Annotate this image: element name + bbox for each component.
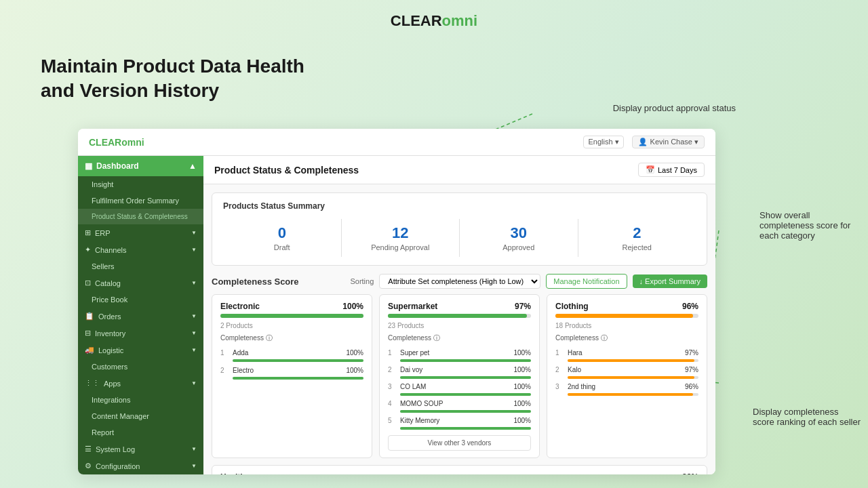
- date-filter[interactable]: 📅 Last 7 Days: [638, 163, 705, 177]
- seller-row: 3 CO LAM 100%: [388, 381, 531, 392]
- electronic-products: 2 Products: [220, 322, 363, 329]
- manage-notification-button[interactable]: Manage Notification: [546, 274, 627, 289]
- draft-number: 0: [231, 224, 333, 242]
- seller-row: 1 Adda 100%: [220, 347, 363, 359]
- completeness-header: Completeness Score Sorting Attribute Set…: [212, 274, 707, 289]
- chevron-catalog: ▼: [191, 280, 197, 286]
- annotation-approval: Display product approval status: [613, 103, 736, 113]
- healthcare-name: Healthcare: [220, 472, 262, 474]
- seller-row: 2 Kalo 97%: [555, 364, 698, 375]
- sidebar-item-integrations[interactable]: Integrations: [78, 392, 203, 408]
- approved-label: Approved: [468, 243, 570, 251]
- chevron-apps: ▼: [191, 380, 197, 386]
- sorting-label: Sorting: [350, 277, 374, 285]
- app-logo-clear: CLEAR: [89, 137, 121, 148]
- status-card-pending: 12 Pending Approval: [342, 219, 460, 257]
- sidebar-item-pricebook[interactable]: Price Book: [78, 291, 203, 308]
- seller-row: 4 MOMO SOUP 100%: [388, 398, 531, 409]
- export-summary-button[interactable]: ↓ Export Summary: [633, 274, 707, 288]
- supermarket-products: 23 Products: [388, 322, 531, 329]
- sidebar-item-report[interactable]: Report: [78, 424, 203, 441]
- sidebar-dashboard[interactable]: ▦ Dashboard ▲: [78, 156, 203, 176]
- dashboard-icon: ▦: [85, 161, 92, 171]
- apps-icon: ⋮⋮: [85, 379, 100, 388]
- status-summary: Products Status Summary 0 Draft 12 Pendi…: [212, 192, 707, 266]
- language-selector[interactable]: English ▾: [583, 136, 623, 148]
- user-icon: 👤: [638, 138, 648, 146]
- chevron-orders: ▼: [191, 313, 197, 319]
- sidebar-section-syslog[interactable]: ☰ System Log ▼: [78, 441, 203, 458]
- approved-number: 30: [468, 224, 570, 242]
- status-summary-title: Products Status Summary: [223, 201, 696, 211]
- app-window: CLEARomni English ▾ 👤 Kevin Chase ▾ ▦ Da…: [78, 129, 715, 474]
- chevron-channels: ▼: [191, 247, 197, 253]
- seller-row: 3 2nd thing 96%: [555, 381, 698, 392]
- category-card-clothing: Clothing 96% 18 Products Completeness ⓘ …: [547, 294, 707, 458]
- sort-dropdown[interactable]: Attribute Set completeness (High to Low): [379, 274, 540, 289]
- inventory-icon: ⊟: [85, 329, 91, 338]
- sidebar-section-logistic[interactable]: 🚚 Logistic ▼: [78, 342, 203, 359]
- date-filter-label: Last 7 Days: [658, 166, 697, 174]
- seller-row: 1 Super pet 100%: [388, 347, 531, 359]
- page-title: Product Status & Completeness: [214, 165, 359, 176]
- headline-line1: Maintain Product Data Health: [41, 54, 304, 79]
- electronic-name: Electronic: [220, 302, 260, 311]
- view-others-button[interactable]: View other 3 vendors: [388, 435, 531, 451]
- sidebar-section-orders[interactable]: 📋 Orders ▼: [78, 308, 203, 325]
- supermarket-score: 97%: [515, 302, 531, 311]
- pending-number: 12: [350, 224, 452, 242]
- sidebar-section-inventory[interactable]: ⊟ Inventory ▼: [78, 325, 203, 342]
- clothing-score: 96%: [682, 302, 698, 311]
- sidebar-item-insight[interactable]: Insight: [78, 176, 203, 192]
- catalog-icon: ⊡: [85, 279, 91, 287]
- sidebar-item-fulfilment[interactable]: Fulfilment Order Summary: [78, 192, 203, 209]
- app-header: CLEARomni English ▾ 👤 Kevin Chase ▾: [78, 129, 715, 156]
- healthcare-score: 88%: [682, 472, 698, 474]
- rejected-number: 2: [587, 224, 688, 242]
- pending-label: Pending Approval: [350, 243, 452, 251]
- logo-clear: CLEAR: [391, 12, 442, 29]
- headline: Maintain Product Data Health and Version…: [41, 54, 304, 104]
- headline-line2: and Version History: [41, 79, 304, 103]
- completeness-title: Completeness Score: [212, 277, 299, 287]
- status-card-approved: 30 Approved: [460, 219, 578, 257]
- supermarket-name: Supermarket: [388, 302, 437, 311]
- chevron-logistic: ▼: [191, 347, 197, 353]
- sidebar-item-product-status[interactable]: Product Status & Completeness: [78, 209, 203, 224]
- rejected-label: Rejected: [587, 243, 688, 251]
- sidebar-section-channels[interactable]: ✦ Channels ▼: [78, 241, 203, 258]
- chevron-inventory: ▼: [191, 330, 197, 336]
- logistic-icon: 🚚: [85, 346, 94, 354]
- sidebar-item-content-manager[interactable]: Content Manager: [78, 408, 203, 424]
- username: Kevin Chase ▾: [650, 138, 698, 146]
- orders-icon: 📋: [85, 312, 94, 321]
- sidebar-section-catalog[interactable]: ⊡ Catalog ▼: [78, 274, 203, 291]
- sidebar-section-apps[interactable]: ⋮⋮ Apps ▼: [78, 375, 203, 392]
- sidebar-section-erp[interactable]: ⊞ ERP ▼: [78, 224, 203, 241]
- sidebar-item-sellers[interactable]: Sellers: [78, 258, 203, 274]
- clothing-name: Clothing: [555, 302, 589, 311]
- status-card-draft: 0 Draft: [223, 219, 342, 257]
- sidebar: ▦ Dashboard ▲ Insight Fulfilment Order S…: [78, 156, 203, 474]
- status-card-rejected: 2 Rejected: [578, 219, 696, 257]
- seller-row: 2 Electro 100%: [220, 365, 363, 376]
- category-grid: Electronic 100% 2 Products Completeness …: [212, 294, 707, 458]
- category-card-healthcare: Healthcare 88% 1040 Products Completenes…: [212, 465, 707, 474]
- seller-row: 5 Kitty Memory 100%: [388, 415, 531, 426]
- config-icon: ⚙: [85, 462, 92, 470]
- calendar-icon: 📅: [646, 165, 655, 174]
- sidebar-item-customers[interactable]: Customers: [78, 359, 203, 375]
- seller-row: 1 Hara 97%: [555, 347, 698, 359]
- channels-icon: ✦: [85, 245, 91, 254]
- status-cards: 0 Draft 12 Pending Approval 30 Approved …: [223, 219, 696, 257]
- clothing-products: 18 Products: [555, 322, 698, 329]
- erp-icon: ⊞: [85, 228, 91, 237]
- draft-label: Draft: [231, 243, 333, 251]
- sidebar-section-config[interactable]: ⚙ Configuration ▼: [78, 458, 203, 474]
- syslog-icon: ☰: [85, 445, 92, 453]
- main-content: Product Status & Completeness 📅 Last 7 D…: [203, 156, 715, 474]
- chevron-up-icon: ▲: [189, 161, 197, 171]
- electronic-score: 100%: [342, 302, 363, 311]
- user-badge[interactable]: 👤 Kevin Chase ▾: [632, 136, 705, 148]
- completeness-controls: Sorting Attribute Set completeness (High…: [350, 274, 707, 289]
